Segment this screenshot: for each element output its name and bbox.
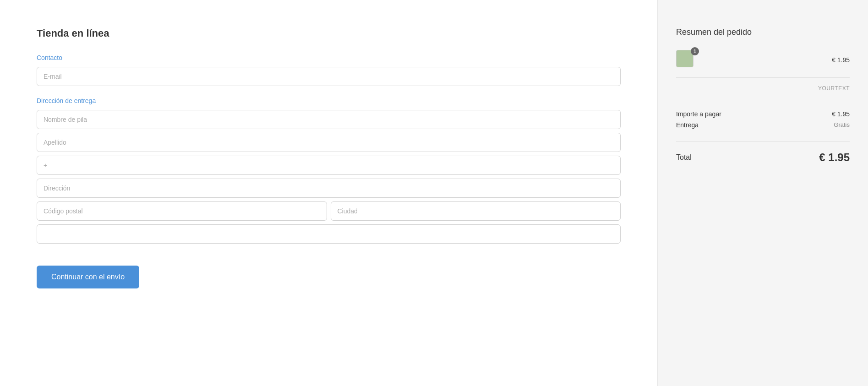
order-summary-title: Resumen del pedido bbox=[676, 27, 850, 37]
entrega-line: Entrega Gratis bbox=[676, 121, 850, 129]
product-price: € 1.95 bbox=[832, 56, 850, 64]
delivery-label: Dirección de entrega bbox=[37, 97, 621, 104]
summary-lines: Importe a pagar € 1.95 Entrega Gratis bbox=[676, 110, 850, 142]
contact-label: Contacto bbox=[37, 54, 621, 61]
email-input-wrapper bbox=[37, 67, 621, 86]
left-panel: Tienda en línea Contacto Dirección de en… bbox=[0, 0, 657, 386]
extra-input[interactable] bbox=[37, 156, 621, 175]
right-panel: Resumen del pedido 1 € 1.95 YOURTEXT Imp… bbox=[657, 0, 868, 386]
total-row: Total € 1.95 bbox=[676, 151, 850, 164]
importe-value: € 1.95 bbox=[832, 110, 850, 118]
importe-line: Importe a pagar € 1.95 bbox=[676, 110, 850, 118]
page-title: Tienda en línea bbox=[37, 27, 621, 39]
continue-button[interactable]: Continuar con el envío bbox=[37, 266, 139, 288]
email-input[interactable] bbox=[37, 67, 621, 86]
delivery-section: Dirección de entrega Spain bbox=[37, 97, 621, 244]
product-name-row: YOURTEXT bbox=[676, 85, 850, 101]
country-input[interactable]: Spain bbox=[37, 224, 621, 244]
last-name-input[interactable] bbox=[37, 133, 621, 152]
entrega-value: Gratis bbox=[834, 121, 850, 129]
postal-city-row bbox=[37, 201, 621, 221]
importe-label: Importe a pagar bbox=[676, 110, 721, 118]
address-input[interactable] bbox=[37, 179, 621, 198]
entrega-label: Entrega bbox=[676, 121, 699, 129]
city-input[interactable] bbox=[331, 201, 621, 221]
product-name: YOURTEXT bbox=[818, 85, 850, 92]
product-quantity-badge: 1 bbox=[691, 47, 699, 55]
product-thumbnail: 1 bbox=[676, 50, 696, 70]
contact-section: Contacto bbox=[37, 54, 621, 86]
address-fields: Spain bbox=[37, 110, 621, 244]
total-value: € 1.95 bbox=[819, 151, 850, 164]
postal-code-input[interactable] bbox=[37, 201, 327, 221]
product-row: 1 € 1.95 bbox=[676, 50, 850, 78]
first-name-input[interactable] bbox=[37, 110, 621, 129]
total-label: Total bbox=[676, 153, 692, 162]
